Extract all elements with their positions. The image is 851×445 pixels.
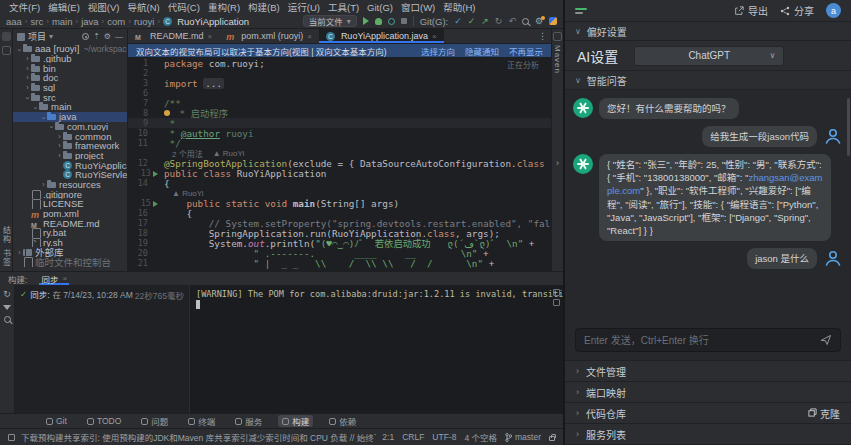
chat-input[interactable] [584,335,814,346]
project-settings-gear-icon[interactable]: ⚙ [104,32,111,41]
structure-tool-button[interactable]: 结构 [1,226,12,244]
git-history-icon[interactable]: ↻ [495,16,503,26]
tree-item[interactable]: .gitignore [13,189,127,199]
tree-item[interactable]: pom.xml [13,209,127,219]
breadcrumb-item[interactable]: aaa [6,16,22,27]
close-icon[interactable]: × [62,274,67,283]
commit-tool-icon[interactable] [2,46,11,55]
editor-tab[interactable]: README.md× [128,29,219,43]
editor-tab[interactable]: pom.xml (ruoyi)× [219,29,319,43]
profiler-button[interactable] [388,18,395,25]
menu-item[interactable]: 工具(T) [324,0,363,14]
maven-tool-button[interactable]: Maven [553,45,562,74]
tree-item[interactable]: ⌄main [13,102,127,112]
tool-window-button-git[interactable]: Git [42,415,71,427]
bookmarks-tool-button[interactable]: 书签 [1,249,12,267]
chevron-right-icon[interactable]: › [56,133,63,140]
resync-icon[interactable]: ↻ [3,289,11,299]
console-options-icons[interactable] [553,289,560,306]
tree-item[interactable]: ›bin [13,63,127,73]
breadcrumb-item[interactable]: main [52,16,73,27]
hide-panel-icon[interactable]: — [115,32,123,41]
banner-action-link[interactable]: 选择方向 [421,45,455,57]
model-select[interactable]: ChatGPT ∨ [634,46,784,66]
notifications-tool-icon[interactable] [553,32,562,41]
menu-item[interactable]: 窗口(W) [397,0,439,14]
chevron-down-icon[interactable]: ⌄ [24,93,31,101]
chevron-right-icon[interactable]: › [24,74,31,81]
chat-bubble[interactable]: 给我生成一段jason代码 [702,126,817,147]
section-文件管理[interactable]: ›文件管理 [565,361,851,382]
chevron-down-icon[interactable]: ⌄ [16,45,23,53]
chat-bubble[interactable]: jason 是什么 [747,248,817,269]
scrollbar-thumb[interactable] [847,98,850,156]
tree-item[interactable]: ›sql [13,83,127,93]
caret-position[interactable]: 2:1 [382,432,394,442]
chat-bubble[interactable]: { "姓名": "张三", "年龄": 25, "性别": "男", "联系方式… [599,154,831,241]
tree-item[interactable]: LICENSE [13,199,127,209]
close-icon[interactable]: × [208,32,213,41]
tool-window-button-服务[interactable]: 服务 [231,415,266,427]
chevron-down-icon[interactable]: ⌄ [40,113,47,121]
preferences-section-header[interactable]: ∨ 偏好设置 [565,22,851,41]
filter-icon[interactable] [3,305,11,310]
chevron-right-icon[interactable]: › [24,65,31,72]
editor-tab[interactable]: RuoYiApplication.java× [319,29,444,43]
chevron-right-icon[interactable]: › [16,249,23,256]
menu-item[interactable]: 运行(U) [284,0,324,14]
project-panel-title[interactable]: 项目 [28,30,46,43]
tree-item[interactable]: README.md [13,218,127,228]
section-服务列表[interactable]: ›服务列表 [565,424,851,445]
chevron-down-icon[interactable]: ⌄ [32,103,39,111]
tree-item[interactable]: ⌄com.ruoyi [13,122,127,132]
plugin-logo-icon[interactable] [575,8,587,14]
tree-item[interactable]: ›framework [13,141,127,151]
stop-button[interactable] [401,18,407,24]
run-configuration-select[interactable]: 当前文件 ▾ [303,15,357,27]
user-account-avatar[interactable]: a [826,3,841,18]
menu-item[interactable]: 重构(R) [204,0,244,14]
tool-window-button-todo[interactable]: TODO [83,415,125,427]
chevron-right-icon[interactable]: › [24,55,31,62]
lock-icon[interactable] [549,436,555,441]
git-commit-icon[interactable]: ✓ [468,16,476,26]
code-editor[interactable]: 1package com.ruoyi;23import ...67/**8 * … [128,57,551,271]
search-everywhere-icon[interactable] [522,18,529,25]
tool-window-button-构建[interactable]: 构建 [278,415,313,427]
breadcrumb-item[interactable]: ruoyi [134,16,155,27]
line-separator[interactable]: CRLF [402,432,424,442]
tree-item[interactable]: ›project [13,151,127,161]
tool-window-button-终端[interactable]: 终端 [184,415,219,427]
tool-window-button-问题[interactable]: 问题 [137,415,172,427]
tree-item[interactable]: ›common [13,131,127,141]
menu-item[interactable]: 编辑(E) [44,0,84,14]
section-代码仓库[interactable]: ›代码仓库克隆 [565,403,851,424]
tree-item[interactable]: ⌄src [13,92,127,102]
find-icon[interactable] [4,316,11,323]
share-button[interactable]: 分享 [780,3,814,18]
tree-item[interactable]: RuoYiServletInitializer [13,170,127,180]
tree-item[interactable]: 临时文件和控制台 [13,257,127,267]
settings-gear-icon[interactable]: ⚙ [535,17,543,26]
git-branch-widget[interactable]: master [505,432,541,442]
menu-item[interactable]: 帮助(H) [439,0,479,14]
menu-item[interactable]: Git(G) [363,2,397,13]
menu-item[interactable]: 文件(F) [5,0,44,14]
sync-tab[interactable]: 同步 × [39,272,69,285]
section-端口映射[interactable]: ›端口映射 [565,382,851,403]
banner-action-link[interactable]: 不再显示 [509,45,543,57]
chevron-right-icon[interactable]: › [56,142,63,149]
menu-item[interactable]: 导航(N) [123,0,163,14]
indent-setting[interactable]: 4 个空格 [464,431,497,443]
tree-item[interactable]: ry.sh [13,238,127,248]
expand-panel-chevron-icon[interactable]: › [556,158,559,168]
build-console[interactable]: [WARNING] The POM for com.alibaba:druid:… [190,285,563,413]
tree-item[interactable]: ›resources [13,180,127,190]
breadcrumb-item[interactable]: com [107,16,125,27]
more-options-icon[interactable]: ⋮ [538,29,547,43]
git-update-icon[interactable]: ✓ [454,16,462,26]
status-message[interactable]: 下载预构建共享索引: 使用预构建的JDK和Maven 库共享索引减少索引时间和 … [21,431,376,443]
tree-item[interactable]: ›.github [13,54,127,64]
git-push-icon[interactable]: ↗ [481,16,489,26]
breadcrumb-item[interactable]: java [81,16,98,27]
